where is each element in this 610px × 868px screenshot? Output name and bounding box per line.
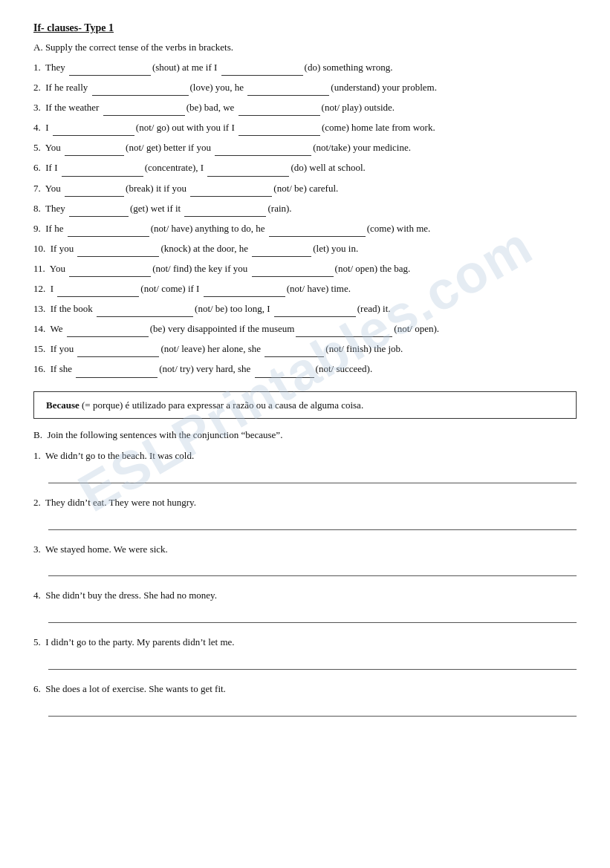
- list-item: 7. You (break) it if you (not/ be) caref…: [33, 180, 577, 197]
- item-num: 15.: [33, 343, 45, 354]
- blank-field[interactable]: [57, 296, 139, 297]
- section-a-label: A. Supply the correct tense of the verbs…: [33, 42, 577, 53]
- info-box-text: (= porque) é utilizado para expressar a …: [82, 399, 363, 411]
- list-item: 6. She does a lot of exercise. She wants…: [33, 682, 577, 717]
- list-item: 14. We (be) very disappointed if the mus…: [33, 321, 577, 337]
- section-b-list: 1. We didn’t go to the beach. It was col…: [33, 448, 577, 717]
- list-item: 3. We stayed home. We were sick.: [33, 542, 577, 577]
- list-item: 4. I (not/ go) out with you if I (come) …: [33, 120, 577, 136]
- answer-line[interactable]: [48, 470, 577, 483]
- item-sentence: They didn’t eat. They were not hungry.: [45, 497, 196, 508]
- section-a-list: 1. They (shout) at me if I (do) somethin…: [33, 59, 577, 378]
- item-num: 14.: [33, 323, 45, 334]
- list-item: 1. We didn’t go to the beach. It was col…: [33, 448, 577, 483]
- blank-field[interactable]: [97, 316, 193, 317]
- blank-field[interactable]: [77, 256, 159, 257]
- blank-field[interactable]: [255, 377, 314, 378]
- blank-field[interactable]: [65, 196, 124, 197]
- item-num: 5.: [33, 142, 41, 153]
- item-num: 6.: [33, 162, 41, 173]
- item-num: 1.: [33, 62, 41, 73]
- blank-field[interactable]: [265, 356, 324, 357]
- blank-field[interactable]: [269, 236, 366, 237]
- list-item: 5. You (not/ get) better if you (not/tak…: [33, 140, 577, 156]
- blank-field[interactable]: [274, 316, 356, 317]
- blank-field[interactable]: [69, 216, 129, 217]
- item-num: 1.: [33, 450, 41, 461]
- blank-field[interactable]: [247, 95, 329, 96]
- list-item: 15. If you (not/ leave) her alone, she (…: [33, 341, 577, 357]
- blank-field[interactable]: [296, 336, 392, 337]
- item-num: 10.: [33, 243, 45, 254]
- list-item: 4. She didn’t buy the dress. She had no …: [33, 588, 577, 623]
- answer-line[interactable]: [48, 656, 577, 670]
- list-item: 5. I didn’t go to the party. My parents …: [33, 635, 577, 670]
- item-num: 12.: [33, 283, 45, 294]
- blank-field[interactable]: [77, 356, 159, 357]
- list-item: 13. If the book (not/ be) too long, I (r…: [33, 301, 577, 317]
- blank-field[interactable]: [204, 296, 285, 297]
- blank-field[interactable]: [190, 196, 272, 197]
- blank-field[interactable]: [69, 75, 151, 76]
- item-num: 9.: [33, 223, 41, 234]
- info-box-keyword: Because: [46, 399, 80, 411]
- blank-field[interactable]: [239, 135, 320, 136]
- item-sentence: I didn’t go to the party. My parents did…: [45, 636, 234, 647]
- section-b-label: B. Join the following sentences with the…: [33, 429, 577, 441]
- list-item: 6. If I (concentrate), I (do) well at sc…: [33, 160, 577, 176]
- item-num: 5.: [33, 636, 41, 647]
- list-item: 12. I (not/ come) if I (not/ have) time.: [33, 281, 577, 297]
- blank-field[interactable]: [53, 135, 134, 136]
- item-sentence: We stayed home. We were sick.: [45, 544, 168, 555]
- blank-field[interactable]: [68, 236, 149, 237]
- item-num: 11.: [33, 263, 45, 274]
- list-item: 16. If she (not/ try) very hard, she (no…: [33, 361, 577, 377]
- blank-field[interactable]: [69, 276, 151, 277]
- answer-line[interactable]: [48, 610, 577, 623]
- item-num: 2.: [33, 82, 41, 93]
- list-item: 2. They didn’t eat. They were not hungry…: [33, 495, 577, 530]
- answer-line[interactable]: [48, 517, 577, 530]
- info-box: Because (= porque) é utilizado para expr…: [33, 391, 577, 420]
- blank-field[interactable]: [67, 336, 149, 337]
- item-num: 8.: [33, 203, 41, 214]
- blank-field[interactable]: [92, 95, 189, 96]
- list-item: 10. If you (knock) at the door, he (let)…: [33, 241, 577, 257]
- item-sentence: She does a lot of exercise. She wants to…: [45, 683, 226, 694]
- blank-field[interactable]: [215, 155, 311, 156]
- blank-field[interactable]: [65, 155, 124, 156]
- blank-field[interactable]: [103, 115, 185, 116]
- blank-field[interactable]: [252, 256, 311, 257]
- answer-line[interactable]: [48, 563, 577, 576]
- list-item: 3. If the weather (be) bad, we (not/ pla…: [33, 99, 577, 116]
- list-item: 11. You (not/ find) the key if you (not/…: [33, 261, 577, 277]
- blank-field[interactable]: [184, 216, 266, 217]
- list-item: 8. They (get) wet if it (rain).: [33, 200, 577, 217]
- item-num: 6.: [33, 683, 41, 694]
- blank-field[interactable]: [239, 115, 320, 116]
- page-content: ESLPrintables.com If- clauses- Type 1 A.…: [33, 22, 577, 717]
- blank-field[interactable]: [62, 176, 143, 177]
- blank-field[interactable]: [76, 377, 158, 378]
- item-num: 4.: [33, 122, 41, 133]
- list-item: 1. They (shout) at me if I (do) somethin…: [33, 59, 577, 76]
- answer-line[interactable]: [48, 703, 577, 717]
- list-item: 9. If he (not/ have) anything to do, he …: [33, 221, 577, 237]
- item-num: 3.: [33, 544, 41, 555]
- item-num: 4.: [33, 590, 41, 601]
- blank-field[interactable]: [221, 75, 303, 76]
- item-num: 7.: [33, 183, 41, 194]
- item-sentence: She didn’t buy the dress. She had no mon…: [45, 590, 217, 601]
- blank-field[interactable]: [207, 176, 289, 177]
- item-num: 3.: [33, 102, 41, 113]
- item-sentence: We didn’t go to the beach. It was cold.: [45, 450, 194, 461]
- item-num: 13.: [33, 303, 45, 314]
- item-num: 2.: [33, 497, 41, 508]
- item-num: 16.: [33, 363, 45, 374]
- list-item: 2. If he really (love) you, he (understa…: [33, 79, 577, 96]
- blank-field[interactable]: [252, 276, 334, 277]
- page-title: If- clauses- Type 1: [33, 22, 577, 34]
